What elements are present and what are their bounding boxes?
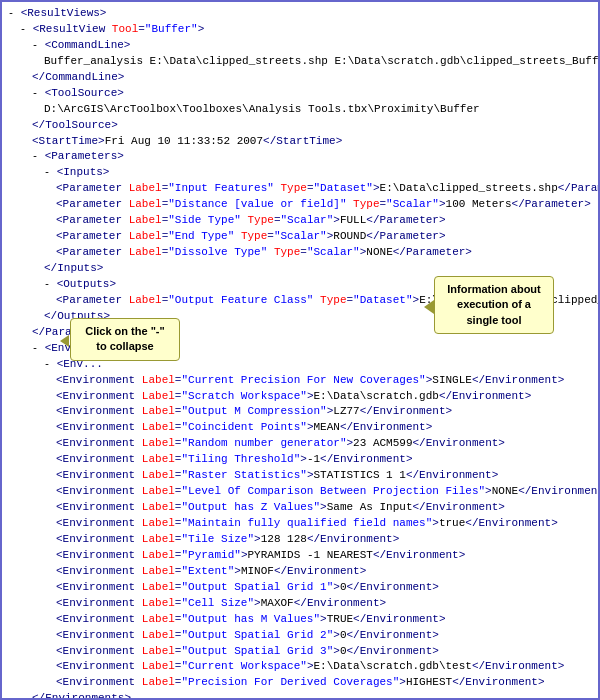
line-inputs-open: - <Inputs>	[8, 165, 600, 181]
collapse-icon-1[interactable]: -	[8, 8, 14, 19]
line-cmdline-content: Buffer_analysis E:\Data\clipped_streets.…	[8, 54, 600, 70]
click-callout-text: Click on the "-" to collapse	[85, 325, 165, 352]
env-output-m-compression: <Environment Label="Output M Compression…	[8, 404, 600, 420]
env-precision-derived: <Environment Label="Precision For Derive…	[8, 675, 600, 691]
collapse-icon-5[interactable]: -	[32, 151, 38, 162]
line-env-close: </Environments>	[8, 691, 600, 700]
info-callout-arrow	[424, 300, 434, 314]
line-toolsource-content: D:\ArcGIS\ArcToolbox\Toolboxes\Analysis …	[8, 102, 600, 118]
click-callout-arrow	[60, 335, 69, 347]
env-extent: <Environment Label="Extent">MINOF</Envir…	[8, 564, 600, 580]
env-cell-size: <Environment Label="Cell Size">MAXOF</En…	[8, 596, 600, 612]
env-pyramid: <Environment Label="Pyramid">PYRAMIDS -1…	[8, 548, 600, 564]
collapse-icon-2[interactable]: -	[20, 24, 26, 35]
env-output-z-vals: <Environment Label="Output has Z Values"…	[8, 500, 600, 516]
env-tiling-threshold: <Environment Label="Tiling Threshold">-1…	[8, 452, 600, 468]
tag-resultview-open: <ResultView	[33, 23, 112, 35]
result-views-panel[interactable]: - <ResultViews> - <ResultView Tool="Buff…	[0, 0, 600, 700]
collapse-icon-9[interactable]: -	[44, 359, 50, 370]
line-params-open: - <Parameters>	[8, 149, 600, 165]
env-random-num: <Environment Label="Random number genera…	[8, 436, 600, 452]
env-level-comparison: <Environment Label="Level Of Comparison …	[8, 484, 600, 500]
line-1: - <ResultViews>	[8, 6, 600, 22]
param-side-type: <Parameter Label="Side Type" Type="Scala…	[8, 213, 600, 229]
param-end-type: <Parameter Label="End Type" Type="Scalar…	[8, 229, 600, 245]
info-callout-text: Information about execution of a single …	[447, 283, 541, 326]
param-distance: <Parameter Label="Distance [value or fie…	[8, 197, 600, 213]
env-tile-size: <Environment Label="Tile Size">128 128</…	[8, 532, 600, 548]
env-output-sg1: <Environment Label="Output Spatial Grid …	[8, 580, 600, 596]
env-output-sg3: <Environment Label="Output Spatial Grid …	[8, 644, 600, 660]
line-inputs-close: </Inputs>	[8, 261, 600, 277]
collapse-icon-8[interactable]: -	[32, 343, 38, 354]
env-precision-new-cov: <Environment Label="Current Precision Fo…	[8, 373, 600, 389]
env-output-m-vals: <Environment Label="Output has M Values"…	[8, 612, 600, 628]
env-coincident-points: <Environment Label="Coincident Points">M…	[8, 420, 600, 436]
line-starttime: <StartTime>Fri Aug 10 11:33:52 2007</Sta…	[8, 134, 600, 150]
param-dissolve-type: <Parameter Label="Dissolve Type" Type="S…	[8, 245, 600, 261]
line-cmdline-close: </CommandLine>	[8, 70, 600, 86]
line-toolsource-open: - <ToolSource>	[8, 86, 600, 102]
env-fully-qualified: <Environment Label="Maintain fully quali…	[8, 516, 600, 532]
param-input-features: <Parameter Label="Input Features" Type="…	[8, 181, 600, 197]
tag-result-views-open: <ResultViews>	[21, 7, 107, 19]
line-cmdline-open: - <CommandLine>	[8, 38, 600, 54]
collapse-icon-7[interactable]: -	[44, 279, 50, 290]
line-toolsource-close: </ToolSource>	[8, 118, 600, 134]
env-raster-stats: <Environment Label="Raster Statistics">S…	[8, 468, 600, 484]
env-output-sg2: <Environment Label="Output Spatial Grid …	[8, 628, 600, 644]
collapse-icon-3[interactable]: -	[32, 40, 38, 51]
collapse-icon-4[interactable]: -	[32, 88, 38, 99]
env-current-workspace: <Environment Label="Current Workspace">E…	[8, 659, 600, 675]
collapse-icon-6[interactable]: -	[44, 167, 50, 178]
info-callout: Information about execution of a single …	[434, 276, 554, 334]
line-2: - <ResultView Tool="Buffer">	[8, 22, 600, 38]
env-scratch-workspace: <Environment Label="Scratch Workspace">E…	[8, 389, 600, 405]
click-callout: Click on the "-" to collapse	[70, 318, 180, 361]
